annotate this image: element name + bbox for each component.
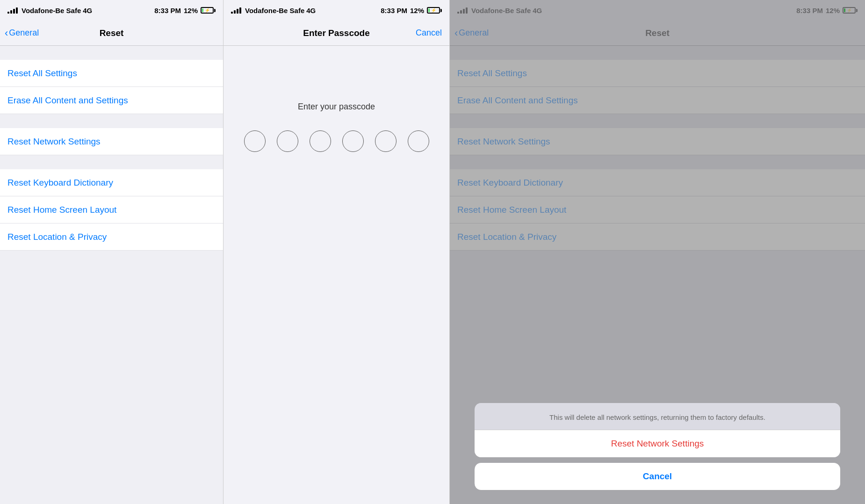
alert-overlay: This will delete all network settings, r… [450, 0, 865, 504]
nav-bar-left: ‹ General Reset [0, 21, 223, 46]
battery-icon-left: ⚡ [201, 7, 216, 14]
passcode-dot-2 [277, 130, 298, 152]
passcode-dot-1 [244, 130, 266, 152]
list-item[interactable]: Reset All Settings [0, 60, 223, 87]
left-panel: Vodafone-Be Safe 4G 8:33 PM 12% ⚡ ‹ Gene… [0, 0, 223, 504]
right-panel: Vodafone-Be Safe 4G 8:33 PM 12% ⚡ ‹ Gene… [450, 0, 865, 504]
separator [0, 155, 223, 169]
list-item[interactable]: Reset Keyboard Dictionary [0, 169, 223, 196]
time-middle: 8:33 PM [381, 7, 407, 14]
passcode-content: Enter your passcode [223, 46, 449, 504]
back-label-left: General [9, 28, 39, 38]
back-button-left[interactable]: ‹ General [5, 28, 39, 38]
signal-icon-middle [231, 7, 241, 14]
passcode-title: Enter Passcode [303, 28, 370, 38]
carrier-left: Vodafone-Be Safe [22, 7, 81, 14]
separator [0, 114, 223, 128]
passcode-dot-3 [310, 130, 331, 152]
battery-pct-left: 12% [184, 7, 198, 14]
passcode-dots [244, 130, 429, 152]
nav-title-left: Reset [100, 28, 124, 38]
battery-icon-middle: ⚡ [427, 7, 442, 14]
carrier-middle: Vodafone-Be Safe [245, 7, 304, 14]
list-item[interactable]: Reset Location & Privacy [0, 223, 223, 251]
list-item[interactable]: Reset Home Screen Layout [0, 196, 223, 223]
passcode-dot-5 [375, 130, 396, 152]
middle-panel: Vodafone-Be Safe 4G 8:33 PM 12% ⚡ Enter … [223, 0, 450, 504]
chevron-left-icon: ‹ [5, 28, 8, 38]
passcode-cancel-button[interactable]: Cancel [416, 28, 442, 38]
settings-list-left: Reset All Settings Erase All Content and… [0, 46, 223, 504]
passcode-nav: Enter Passcode Cancel [223, 21, 449, 46]
reset-network-confirm-button[interactable]: Reset Network Settings [475, 430, 840, 457]
alert-cancel-button[interactable]: Cancel [475, 463, 840, 490]
network-middle: 4G [306, 7, 316, 14]
separator [0, 46, 223, 60]
passcode-dot-4 [342, 130, 364, 152]
signal-icon-left [7, 7, 18, 14]
passcode-dot-6 [408, 130, 429, 152]
passcode-prompt: Enter your passcode [298, 102, 375, 112]
time-left: 8:33 PM [154, 7, 181, 14]
alert-message: This will delete all network settings, r… [475, 403, 840, 430]
list-item-selected[interactable]: Reset Network Settings [0, 128, 223, 155]
status-bar-middle: Vodafone-Be Safe 4G 8:33 PM 12% ⚡ [223, 0, 449, 21]
network-left: 4G [83, 7, 92, 14]
alert-sheet: This will delete all network settings, r… [475, 403, 840, 457]
list-item[interactable]: Erase All Content and Settings [0, 87, 223, 114]
battery-pct-middle: 12% [410, 7, 424, 14]
status-bar-left: Vodafone-Be Safe 4G 8:33 PM 12% ⚡ [0, 0, 223, 21]
